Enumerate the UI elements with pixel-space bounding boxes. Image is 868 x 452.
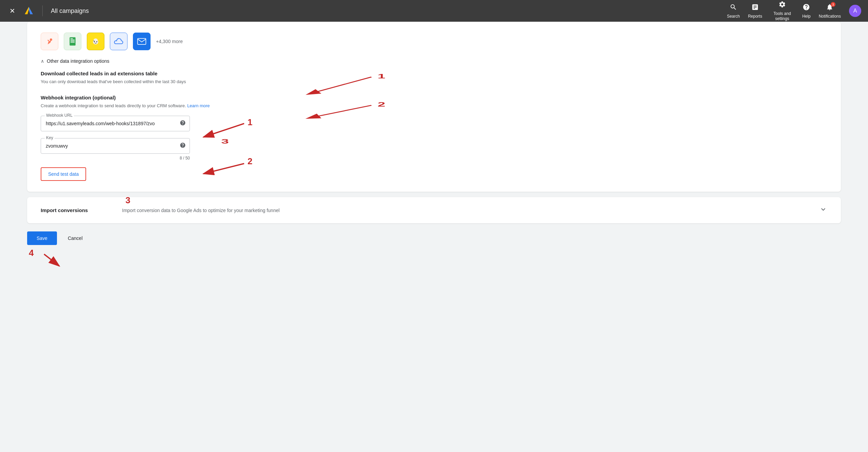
tools-label: Tools and settings: [770, 11, 794, 21]
hubspot-icon-box[interactable]: [41, 33, 58, 50]
learn-more-link[interactable]: Learn more: [187, 103, 210, 108]
google-sheets-icon-box[interactable]: [64, 33, 81, 50]
cloud-icon: [114, 38, 123, 45]
help-icon: [803, 3, 810, 13]
toggle-arrow-icon: ∧: [41, 58, 44, 64]
section-toggle[interactable]: ∧ Other data integration options: [41, 58, 827, 64]
svg-rect-5: [71, 42, 75, 43]
notification-badge: 1: [831, 2, 835, 7]
cloud-icon-box[interactable]: [110, 33, 127, 50]
main-card: +4,300 more ∧ Other data integration opt…: [27, 22, 841, 192]
send-test-button[interactable]: Send test data: [41, 167, 86, 181]
reports-icon: [751, 3, 759, 13]
hubspot-icon: [45, 37, 54, 46]
download-description: You can only download leads that've been…: [41, 78, 827, 85]
tools-nav-item[interactable]: Tools and settings: [770, 1, 794, 21]
key-group: Key: [41, 138, 190, 154]
webhook-url-group: Webhook URL: [41, 116, 190, 131]
svg-point-9: [94, 41, 95, 42]
more-integrations-label: +4,300 more: [156, 39, 183, 44]
search-nav-item[interactable]: Search: [727, 3, 740, 19]
top-navigation: ✕ All campaigns Search: [0, 0, 868, 22]
svg-rect-12: [138, 38, 146, 44]
mail-icon: [137, 38, 146, 45]
notifications-label: Notifications: [819, 14, 841, 19]
cancel-button[interactable]: Cancel: [62, 231, 88, 245]
char-count: 8 / 50: [41, 156, 190, 161]
webhook-desc-text: Create a webhook integration to send lea…: [41, 103, 186, 108]
integration-icons-row: +4,300 more: [41, 33, 827, 50]
download-title: Download collected leads in ad extension…: [41, 71, 827, 76]
nav-actions: Search Reports Tools and settings: [727, 1, 861, 21]
notifications-nav-item[interactable]: 1 Notifications: [819, 3, 841, 19]
key-input[interactable]: [41, 138, 190, 154]
webhook-description: Create a webhook integration to send lea…: [41, 102, 827, 109]
svg-point-1: [50, 38, 52, 41]
webhook-url-label: Webhook URL: [45, 113, 74, 118]
import-description: Import conversion data to Google Ads to …: [122, 208, 812, 213]
google-ads-logo-icon: [23, 5, 34, 16]
help-nav-item[interactable]: Help: [802, 3, 811, 19]
search-icon: [730, 3, 737, 13]
section-toggle-label: Other data integration options: [47, 58, 109, 64]
svg-rect-6: [71, 38, 73, 39]
nav-divider: [42, 5, 43, 16]
webhook-url-help-icon: [180, 120, 186, 127]
mailchimp-icon: [91, 37, 100, 46]
key-help-icon: [180, 142, 186, 150]
webhook-section: Webhook integration (optional) Create a …: [41, 95, 827, 181]
page-title: All campaigns: [51, 7, 89, 15]
mail-icon-box[interactable]: [133, 33, 151, 50]
webhook-url-input[interactable]: [41, 116, 190, 131]
google-sheets-icon: [68, 37, 77, 46]
reports-label: Reports: [748, 14, 762, 19]
notifications-icon: 1: [826, 3, 833, 13]
save-button[interactable]: Save: [27, 231, 57, 245]
webhook-title: Webhook integration (optional): [41, 95, 827, 100]
reports-nav-item[interactable]: Reports: [748, 3, 762, 19]
import-title: Import conversions: [41, 207, 115, 213]
download-section: Download collected leads in ad extension…: [41, 71, 827, 85]
svg-rect-3: [71, 40, 75, 40]
help-label: Help: [802, 14, 811, 19]
page-wrapper: +4,300 more ∧ Other data integration opt…: [0, 22, 868, 261]
tools-icon: [778, 1, 786, 10]
mailchimp-icon-box[interactable]: [87, 33, 104, 50]
user-avatar[interactable]: A: [849, 5, 861, 17]
svg-point-10: [96, 41, 97, 42]
chevron-down-icon: [819, 205, 827, 215]
search-label: Search: [727, 14, 740, 19]
svg-rect-4: [71, 41, 75, 41]
key-label: Key: [45, 135, 55, 140]
main-content: +4,300 more ∧ Other data integration opt…: [0, 22, 868, 261]
svg-point-11: [93, 40, 95, 41]
logo: [23, 5, 34, 16]
close-button[interactable]: ✕: [7, 4, 18, 18]
bottom-actions: Save Cancel: [27, 229, 841, 248]
import-conversions-card[interactable]: Import conversions Import conversion dat…: [27, 197, 841, 223]
